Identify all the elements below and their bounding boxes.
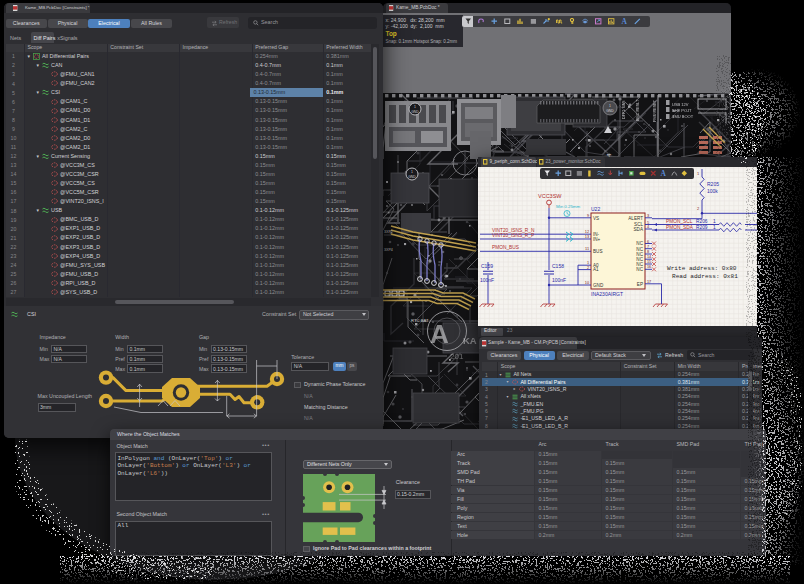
svg-text:R209: R209 bbox=[696, 225, 708, 230]
svg-text:INA230AIRGT: INA230AIRGT bbox=[591, 291, 623, 297]
svg-text:C158: C158 bbox=[552, 263, 564, 269]
svg-text:A: A bbox=[660, 170, 666, 177]
svg-text:1: 1 bbox=[414, 105, 416, 109]
svg-text:Write address: 0x80: Write address: 0x80 bbox=[667, 265, 737, 272]
svg-text:1: 1 bbox=[713, 225, 716, 230]
svg-text:8: 8 bbox=[647, 250, 649, 254]
svg-text:Read address: 0x81: Read address: 0x81 bbox=[672, 273, 738, 280]
svg-text:1: 1 bbox=[713, 219, 716, 224]
svg-text:11: 11 bbox=[585, 247, 589, 251]
svg-text:100k: 100k bbox=[707, 188, 718, 194]
svg-text:NC: NC bbox=[636, 247, 643, 252]
svg-text:BUS: BUS bbox=[593, 249, 602, 254]
svg-text:15: 15 bbox=[647, 260, 651, 264]
svg-text:A: A bbox=[430, 319, 449, 349]
svg-text:BMC RESLT: BMC RESLT bbox=[636, 99, 640, 121]
svg-text:1: 1 bbox=[411, 170, 413, 174]
svg-text:17: 17 bbox=[647, 280, 651, 284]
svg-text:VCC3SW: VCC3SW bbox=[538, 193, 562, 199]
svg-text:3XP2: 3XP2 bbox=[384, 230, 393, 234]
svg-text:KA: KA bbox=[463, 335, 477, 346]
svg-text:BHE POJT: BHE POJT bbox=[672, 108, 692, 113]
svg-text:A: A bbox=[621, 18, 627, 25]
svg-text:TMU BOOT: TMU BOOT bbox=[672, 114, 694, 119]
svg-text:100nF: 100nF bbox=[552, 277, 566, 283]
svg-text:USB 12V: USB 12V bbox=[672, 102, 689, 107]
svg-text:GND: GND bbox=[411, 110, 419, 114]
svg-text:14: 14 bbox=[647, 255, 651, 259]
svg-text:NC: NC bbox=[636, 267, 643, 272]
svg-text:DFP1 UAS: DFP1 UAS bbox=[622, 100, 626, 119]
svg-text:A1: A1 bbox=[593, 267, 599, 272]
svg-text:4: 4 bbox=[647, 225, 649, 229]
svg-text:12: 12 bbox=[585, 230, 589, 234]
svg-text:SDA: SDA bbox=[634, 227, 644, 232]
svg-text:7: 7 bbox=[647, 245, 649, 249]
svg-text:VINT20_ISNS_R_P: VINT20_ISNS_R_P bbox=[492, 233, 534, 238]
svg-text:U22: U22 bbox=[591, 206, 600, 212]
svg-text:GND: GND bbox=[593, 283, 604, 288]
svg-text:1: 1 bbox=[587, 261, 589, 265]
svg-text:PMON_SCL: PMON_SCL bbox=[666, 219, 693, 224]
svg-text:PMON_BUS: PMON_BUS bbox=[492, 245, 519, 250]
svg-text:RTC BAT: RTC BAT bbox=[411, 318, 429, 323]
svg-text:GND: GND bbox=[606, 109, 614, 113]
svg-text:10: 10 bbox=[585, 281, 589, 285]
svg-text:R205: R205 bbox=[707, 181, 719, 187]
svg-text:6: 6 bbox=[647, 240, 649, 244]
svg-text:2: 2 bbox=[587, 266, 589, 270]
svg-text:GND: GND bbox=[408, 175, 416, 179]
svg-text:EP: EP bbox=[637, 282, 643, 287]
svg-text:100nF: 100nF bbox=[480, 277, 494, 283]
svg-text:3: 3 bbox=[647, 214, 649, 218]
svg-text:NC: NC bbox=[636, 262, 643, 267]
svg-text:Min 0.25mm: Min 0.25mm bbox=[556, 204, 580, 209]
svg-text:IN+: IN+ bbox=[593, 237, 601, 242]
svg-text:C159: C159 bbox=[481, 263, 493, 269]
svg-text:ALERT: ALERT bbox=[628, 216, 643, 221]
svg-text:5: 5 bbox=[647, 221, 649, 225]
svg-text:PMON_SDA: PMON_SDA bbox=[666, 225, 694, 230]
svg-text:R206: R206 bbox=[696, 219, 708, 224]
svg-text:3XP4: 3XP4 bbox=[384, 248, 393, 252]
svg-text:16: 16 bbox=[647, 265, 651, 269]
svg-text:13: 13 bbox=[585, 235, 589, 239]
svg-text:PMU RESET: PMU RESET bbox=[653, 99, 657, 122]
svg-text:1: 1 bbox=[609, 104, 611, 108]
svg-text:VS: VS bbox=[593, 216, 599, 221]
svg-text:9: 9 bbox=[587, 214, 589, 218]
svg-text:201: 201 bbox=[450, 352, 464, 361]
